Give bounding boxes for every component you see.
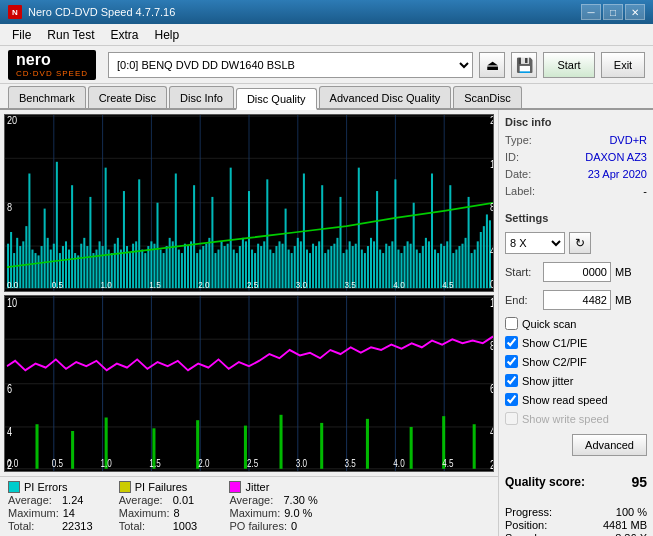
refresh-button[interactable]: ↻ — [569, 232, 591, 254]
svg-rect-39 — [80, 244, 82, 288]
speed-select[interactable]: 8 X 4 X 2 X — [505, 232, 565, 254]
main-content: 20 16 8 4 0 0.0 0.5 1.0 1.5 2.0 2.5 3.0 … — [0, 110, 653, 536]
svg-rect-28 — [47, 238, 49, 288]
start-mb-input[interactable] — [543, 262, 611, 282]
show-c1pie-row: Show C1/PIE — [505, 336, 647, 349]
end-mb-unit: MB — [615, 294, 632, 306]
svg-rect-132 — [364, 253, 366, 288]
svg-rect-85 — [221, 241, 223, 288]
quick-scan-label: Quick scan — [522, 318, 576, 330]
jitter-po-value: 0 — [291, 520, 331, 532]
svg-rect-55 — [129, 253, 131, 288]
svg-rect-117 — [318, 241, 320, 288]
svg-rect-150 — [419, 253, 421, 288]
menu-extra[interactable]: Extra — [102, 26, 146, 44]
menu-run-test[interactable]: Run Test — [39, 26, 102, 44]
svg-rect-151 — [422, 246, 424, 288]
show-c2pif-checkbox[interactable] — [505, 355, 518, 368]
app-icon: N — [8, 5, 22, 19]
svg-rect-41 — [86, 246, 88, 288]
pi-errors-max-value: 14 — [63, 507, 103, 519]
pi-failures-stats: PI Failures Average: 0.01 Maximum: 8 Tot… — [119, 481, 214, 532]
type-value: DVD+R — [609, 134, 647, 146]
jitter-chart: 10 8 6 4 2 10 6 4 2 0.0 0.5 1.0 1.5 2.0 — [4, 295, 494, 473]
show-c1pie-checkbox[interactable] — [505, 336, 518, 349]
svg-text:0.5: 0.5 — [52, 457, 63, 469]
progress-value: 100 % — [616, 506, 647, 518]
svg-rect-124 — [339, 197, 341, 288]
svg-text:1.0: 1.0 — [101, 457, 112, 469]
svg-text:2.5: 2.5 — [247, 280, 258, 291]
tab-disc-info[interactable]: Disc Info — [169, 86, 234, 108]
exit-button[interactable]: Exit — [601, 52, 645, 78]
eject-button[interactable]: ⏏ — [479, 52, 505, 78]
svg-text:2.0: 2.0 — [198, 457, 209, 469]
svg-rect-170 — [480, 232, 482, 288]
jitter-stats: Jitter Average: 7.30 % Maximum: 9.0 % PO… — [229, 481, 330, 532]
svg-rect-118 — [321, 185, 323, 288]
svg-text:1.5: 1.5 — [149, 457, 160, 469]
save-button[interactable]: 💾 — [511, 52, 537, 78]
tab-benchmark[interactable]: Benchmark — [8, 86, 86, 108]
svg-rect-130 — [358, 168, 360, 289]
pi-failures-avg-label: Average: — [119, 494, 169, 506]
advanced-button[interactable]: Advanced — [572, 434, 647, 456]
svg-rect-67 — [166, 246, 168, 288]
right-panel: Disc info Type: DVD+R ID: DAXON AZ3 Date… — [498, 110, 653, 536]
show-read-speed-checkbox[interactable] — [505, 393, 518, 406]
svg-text:2.5: 2.5 — [247, 457, 258, 469]
svg-rect-104 — [278, 241, 280, 288]
svg-rect-102 — [272, 253, 274, 288]
pie-chart: 20 16 8 4 0 0.0 0.5 1.0 1.5 2.0 2.5 3.0 … — [4, 114, 494, 292]
svg-rect-214 — [366, 418, 369, 468]
tab-create-disc[interactable]: Create Disc — [88, 86, 167, 108]
svg-rect-134 — [370, 238, 372, 288]
show-jitter-row: Show jitter — [505, 374, 647, 387]
show-jitter-checkbox[interactable] — [505, 374, 518, 387]
tab-disc-quality[interactable]: Disc Quality — [236, 88, 317, 110]
svg-rect-66 — [163, 253, 165, 288]
app-logo: nero CD·DVD SPEED — [8, 50, 96, 80]
svg-rect-108 — [291, 253, 293, 288]
svg-rect-23 — [31, 250, 33, 289]
end-mb-input[interactable] — [543, 290, 611, 310]
menu-help[interactable]: Help — [147, 26, 188, 44]
svg-rect-98 — [260, 246, 262, 288]
drive-select[interactable]: [0:0] BENQ DVD DD DW1640 BSLB — [108, 52, 473, 78]
speed-label: Speed: — [505, 532, 540, 536]
tab-advanced-disc-quality[interactable]: Advanced Disc Quality — [319, 86, 452, 108]
svg-rect-155 — [434, 250, 436, 289]
svg-rect-137 — [379, 250, 381, 289]
settings-title: Settings — [505, 212, 647, 224]
position-label: Position: — [505, 519, 547, 531]
jitter-avg-label: Average: — [229, 494, 279, 506]
show-write-speed-row: Show write speed — [505, 412, 647, 425]
svg-text:1.5: 1.5 — [149, 280, 160, 291]
pi-failures-total-value: 1003 — [173, 520, 213, 532]
maximize-button[interactable]: □ — [603, 4, 623, 20]
jitter-color — [229, 481, 241, 493]
svg-text:4.5: 4.5 — [442, 457, 453, 469]
svg-rect-21 — [25, 226, 27, 288]
pi-failures-label: PI Failures — [135, 481, 188, 493]
svg-rect-142 — [394, 179, 396, 288]
menu-file[interactable]: File — [4, 26, 39, 44]
svg-rect-152 — [425, 238, 427, 288]
jitter-po-label: PO failures: — [229, 520, 286, 532]
tab-scandisc[interactable]: ScanDisc — [453, 86, 521, 108]
svg-text:10: 10 — [490, 296, 493, 309]
svg-rect-131 — [361, 250, 363, 289]
disc-info-title: Disc info — [505, 116, 647, 128]
svg-text:3.5: 3.5 — [345, 457, 356, 469]
charts-area: 20 16 8 4 0 0.0 0.5 1.0 1.5 2.0 2.5 3.0 … — [0, 110, 498, 476]
svg-text:2: 2 — [490, 457, 493, 471]
pi-failures-color — [119, 481, 131, 493]
minimize-button[interactable]: ─ — [581, 4, 601, 20]
quick-scan-checkbox[interactable] — [505, 317, 518, 330]
svg-rect-27 — [44, 209, 46, 289]
svg-rect-73 — [184, 244, 186, 288]
start-button[interactable]: Start — [543, 52, 595, 78]
pi-errors-avg-value: 1.24 — [62, 494, 102, 506]
close-button[interactable]: ✕ — [625, 4, 645, 20]
jitter-label: Jitter — [245, 481, 269, 493]
